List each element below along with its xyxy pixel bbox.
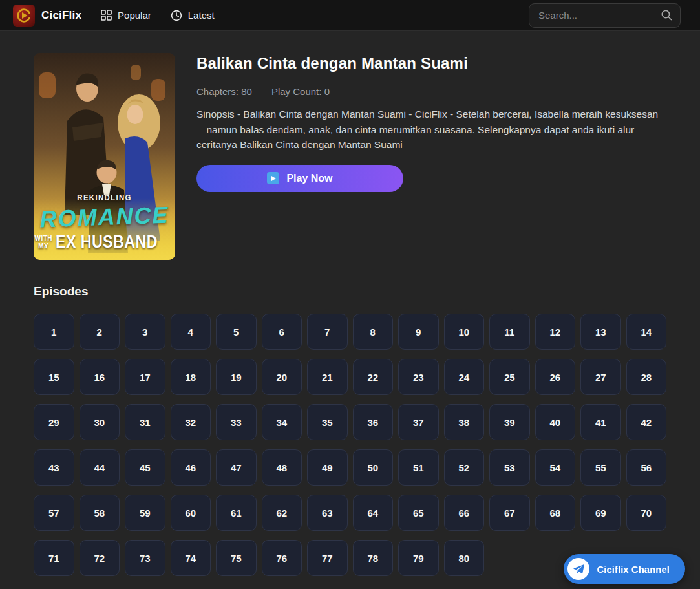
episode-button-57[interactable]: 57 (34, 495, 74, 531)
episode-button-48[interactable]: 48 (262, 449, 302, 486)
episode-button-73[interactable]: 73 (125, 540, 165, 576)
episode-button-28[interactable]: 28 (626, 359, 667, 395)
episode-button-47[interactable]: 47 (216, 449, 257, 486)
episode-button-18[interactable]: 18 (171, 359, 211, 395)
episode-button-61[interactable]: 61 (216, 495, 257, 531)
episode-button-1[interactable]: 1 (34, 314, 74, 350)
show-meta: Chapters: 80 Play Count: 0 (196, 86, 666, 97)
episode-button-53[interactable]: 53 (489, 449, 530, 486)
episode-button-26[interactable]: 26 (535, 359, 576, 395)
episode-button-40[interactable]: 40 (535, 404, 576, 440)
episode-button-45[interactable]: 45 (125, 449, 165, 486)
episodes-section: Episodes 1234567891011121314151617181920… (34, 284, 666, 576)
search-container (529, 3, 681, 28)
ciciflix-channel-button[interactable]: Ciciflix Channel (564, 554, 685, 584)
episode-button-75[interactable]: 75 (216, 540, 257, 576)
show-synopsis: Sinopsis - Balikan Cinta dengan Mantan S… (196, 107, 666, 153)
episode-button-58[interactable]: 58 (80, 495, 120, 531)
episode-button-5[interactable]: 5 (216, 314, 257, 350)
episode-button-33[interactable]: 33 (216, 404, 257, 440)
episode-button-63[interactable]: 63 (307, 495, 348, 531)
episode-button-24[interactable]: 24 (444, 359, 485, 395)
episode-button-78[interactable]: 78 (353, 540, 394, 576)
brand-title[interactable]: CiciFlix (41, 9, 81, 22)
episode-button-27[interactable]: 27 (580, 359, 621, 395)
episode-button-60[interactable]: 60 (171, 495, 211, 531)
episode-button-67[interactable]: 67 (489, 495, 530, 531)
play-now-button[interactable]: Play Now (196, 165, 403, 192)
episode-button-17[interactable]: 17 (125, 359, 165, 395)
episode-button-54[interactable]: 54 (535, 449, 576, 486)
episode-button-69[interactable]: 69 (580, 495, 621, 531)
episode-button-15[interactable]: 15 (34, 359, 74, 395)
episode-button-55[interactable]: 55 (580, 449, 621, 486)
chapters-count: Chapters: 80 (196, 86, 252, 97)
episode-button-65[interactable]: 65 (398, 495, 439, 531)
episode-button-21[interactable]: 21 (307, 359, 348, 395)
search-icon[interactable] (661, 9, 673, 24)
episode-button-62[interactable]: 62 (262, 495, 302, 531)
episode-button-11[interactable]: 11 (489, 314, 530, 350)
episode-button-76[interactable]: 76 (262, 540, 302, 576)
episode-button-8[interactable]: 8 (353, 314, 394, 350)
episode-button-32[interactable]: 32 (171, 404, 211, 440)
episode-button-38[interactable]: 38 (444, 404, 485, 440)
play-count: Play Count: 0 (271, 86, 330, 97)
episode-button-46[interactable]: 46 (171, 449, 211, 486)
play-icon (267, 172, 279, 184)
poster-tagline: REKINDLING (42, 193, 167, 202)
episode-grid: 1234567891011121314151617181920212223242… (34, 314, 666, 576)
episode-button-74[interactable]: 74 (171, 540, 211, 576)
episode-button-34[interactable]: 34 (262, 404, 302, 440)
episode-button-71[interactable]: 71 (34, 540, 74, 576)
episode-button-7[interactable]: 7 (307, 314, 348, 350)
episode-button-35[interactable]: 35 (307, 404, 348, 440)
episode-button-9[interactable]: 9 (398, 314, 439, 350)
episode-button-51[interactable]: 51 (398, 449, 439, 486)
episode-button-4[interactable]: 4 (171, 314, 211, 350)
episode-button-80[interactable]: 80 (444, 540, 485, 576)
episode-button-31[interactable]: 31 (125, 404, 165, 440)
episode-button-37[interactable]: 37 (398, 404, 439, 440)
episode-button-2[interactable]: 2 (80, 314, 120, 350)
episode-button-50[interactable]: 50 (353, 449, 394, 486)
episode-button-68[interactable]: 68 (535, 495, 576, 531)
episode-button-79[interactable]: 79 (398, 540, 439, 576)
nav-item-popular[interactable]: Popular (101, 10, 151, 21)
episode-button-56[interactable]: 56 (626, 449, 667, 486)
ciciflix-logo-icon[interactable] (13, 5, 35, 27)
episode-button-25[interactable]: 25 (489, 359, 530, 395)
search-input[interactable] (529, 3, 681, 28)
episode-button-23[interactable]: 23 (398, 359, 439, 395)
episode-button-10[interactable]: 10 (444, 314, 485, 350)
episode-button-16[interactable]: 16 (80, 359, 120, 395)
episode-button-13[interactable]: 13 (580, 314, 621, 350)
episode-button-39[interactable]: 39 (489, 404, 530, 440)
episode-button-59[interactable]: 59 (125, 495, 165, 531)
episode-button-52[interactable]: 52 (444, 449, 485, 486)
episode-button-49[interactable]: 49 (307, 449, 348, 486)
episode-button-77[interactable]: 77 (307, 540, 348, 576)
episode-button-19[interactable]: 19 (216, 359, 257, 395)
episode-button-12[interactable]: 12 (535, 314, 576, 350)
top-navbar: CiciFlix Popular Latest (0, 0, 700, 31)
episode-button-44[interactable]: 44 (80, 449, 120, 486)
episode-button-3[interactable]: 3 (125, 314, 165, 350)
episode-button-66[interactable]: 66 (444, 495, 485, 531)
episode-button-20[interactable]: 20 (262, 359, 302, 395)
poster-title-block: REKINDLING ROMANCE WITH MY EX HUSBAND (34, 193, 175, 251)
episode-button-64[interactable]: 64 (353, 495, 394, 531)
episode-button-6[interactable]: 6 (262, 314, 302, 350)
episode-button-30[interactable]: 30 (80, 404, 120, 440)
episode-button-42[interactable]: 42 (626, 404, 667, 440)
episode-button-70[interactable]: 70 (626, 495, 667, 531)
episode-button-43[interactable]: 43 (34, 449, 74, 486)
nav-item-latest[interactable]: Latest (171, 10, 215, 21)
episode-button-22[interactable]: 22 (353, 359, 394, 395)
episode-button-41[interactable]: 41 (580, 404, 621, 440)
episode-button-14[interactable]: 14 (626, 314, 667, 350)
episode-button-29[interactable]: 29 (34, 404, 74, 440)
episode-button-36[interactable]: 36 (353, 404, 394, 440)
show-poster-image: REKINDLING ROMANCE WITH MY EX HUSBAND (34, 53, 175, 260)
episode-button-72[interactable]: 72 (80, 540, 120, 576)
